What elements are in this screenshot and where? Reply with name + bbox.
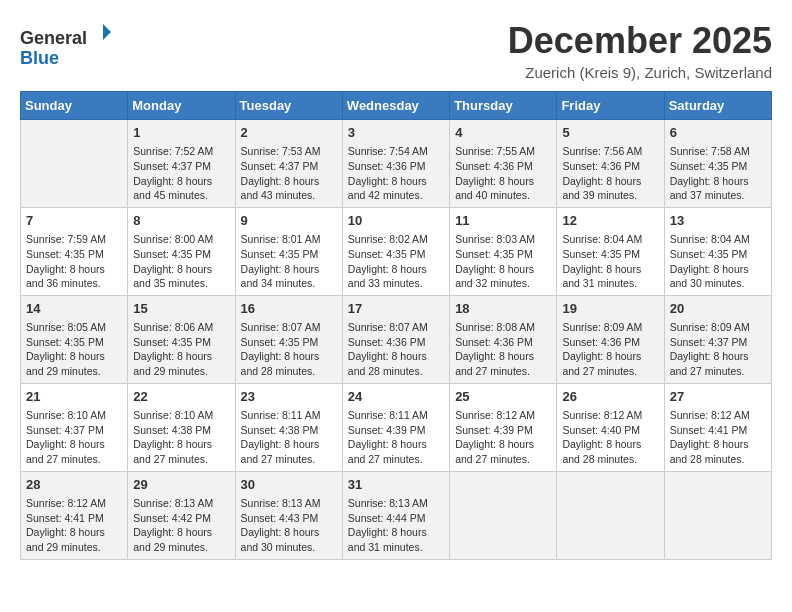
- calendar-cell: 26Sunrise: 8:12 AM Sunset: 4:40 PM Dayli…: [557, 383, 664, 471]
- day-number: 24: [348, 388, 444, 406]
- calendar-cell: 22Sunrise: 8:10 AM Sunset: 4:38 PM Dayli…: [128, 383, 235, 471]
- day-number: 2: [241, 124, 337, 142]
- calendar-cell: 4Sunrise: 7:55 AM Sunset: 4:36 PM Daylig…: [450, 120, 557, 208]
- weekday-wednesday: Wednesday: [342, 92, 449, 120]
- cell-content: Sunrise: 7:54 AM Sunset: 4:36 PM Dayligh…: [348, 144, 444, 203]
- page-header: General Blue December 2025 Zuerich (Krei…: [20, 20, 772, 81]
- cell-content: Sunrise: 8:11 AM Sunset: 4:38 PM Dayligh…: [241, 408, 337, 467]
- day-number: 13: [670, 212, 766, 230]
- logo-icon: [89, 20, 113, 44]
- calendar-cell: 24Sunrise: 8:11 AM Sunset: 4:39 PM Dayli…: [342, 383, 449, 471]
- cell-content: Sunrise: 7:52 AM Sunset: 4:37 PM Dayligh…: [133, 144, 229, 203]
- weekday-tuesday: Tuesday: [235, 92, 342, 120]
- calendar-cell: 18Sunrise: 8:08 AM Sunset: 4:36 PM Dayli…: [450, 295, 557, 383]
- calendar-cell: 20Sunrise: 8:09 AM Sunset: 4:37 PM Dayli…: [664, 295, 771, 383]
- weekday-friday: Friday: [557, 92, 664, 120]
- calendar-week-5: 28Sunrise: 8:12 AM Sunset: 4:41 PM Dayli…: [21, 471, 772, 559]
- day-number: 9: [241, 212, 337, 230]
- calendar-cell: 30Sunrise: 8:13 AM Sunset: 4:43 PM Dayli…: [235, 471, 342, 559]
- day-number: 3: [348, 124, 444, 142]
- calendar-cell: 2Sunrise: 7:53 AM Sunset: 4:37 PM Daylig…: [235, 120, 342, 208]
- calendar-cell: 10Sunrise: 8:02 AM Sunset: 4:35 PM Dayli…: [342, 207, 449, 295]
- cell-content: Sunrise: 8:08 AM Sunset: 4:36 PM Dayligh…: [455, 320, 551, 379]
- calendar-cell: 11Sunrise: 8:03 AM Sunset: 4:35 PM Dayli…: [450, 207, 557, 295]
- calendar-cell: 12Sunrise: 8:04 AM Sunset: 4:35 PM Dayli…: [557, 207, 664, 295]
- calendar-week-2: 7Sunrise: 7:59 AM Sunset: 4:35 PM Daylig…: [21, 207, 772, 295]
- weekday-sunday: Sunday: [21, 92, 128, 120]
- day-number: 5: [562, 124, 658, 142]
- day-number: 25: [455, 388, 551, 406]
- day-number: 6: [670, 124, 766, 142]
- calendar-cell: 28Sunrise: 8:12 AM Sunset: 4:41 PM Dayli…: [21, 471, 128, 559]
- location: Zuerich (Kreis 9), Zurich, Switzerland: [508, 64, 772, 81]
- cell-content: Sunrise: 7:55 AM Sunset: 4:36 PM Dayligh…: [455, 144, 551, 203]
- calendar-week-4: 21Sunrise: 8:10 AM Sunset: 4:37 PM Dayli…: [21, 383, 772, 471]
- logo-blue: Blue: [20, 48, 59, 68]
- day-number: 23: [241, 388, 337, 406]
- day-number: 15: [133, 300, 229, 318]
- cell-content: Sunrise: 8:09 AM Sunset: 4:37 PM Dayligh…: [670, 320, 766, 379]
- calendar-cell: 13Sunrise: 8:04 AM Sunset: 4:35 PM Dayli…: [664, 207, 771, 295]
- cell-content: Sunrise: 8:02 AM Sunset: 4:35 PM Dayligh…: [348, 232, 444, 291]
- cell-content: Sunrise: 8:12 AM Sunset: 4:41 PM Dayligh…: [670, 408, 766, 467]
- cell-content: Sunrise: 8:04 AM Sunset: 4:35 PM Dayligh…: [562, 232, 658, 291]
- title-area: December 2025 Zuerich (Kreis 9), Zurich,…: [508, 20, 772, 81]
- day-number: 19: [562, 300, 658, 318]
- day-number: 22: [133, 388, 229, 406]
- calendar-cell: 3Sunrise: 7:54 AM Sunset: 4:36 PM Daylig…: [342, 120, 449, 208]
- calendar-cell: 7Sunrise: 7:59 AM Sunset: 4:35 PM Daylig…: [21, 207, 128, 295]
- cell-content: Sunrise: 7:56 AM Sunset: 4:36 PM Dayligh…: [562, 144, 658, 203]
- day-number: 11: [455, 212, 551, 230]
- day-number: 17: [348, 300, 444, 318]
- day-number: 27: [670, 388, 766, 406]
- svg-marker-0: [103, 24, 111, 40]
- calendar-cell: [557, 471, 664, 559]
- cell-content: Sunrise: 8:07 AM Sunset: 4:35 PM Dayligh…: [241, 320, 337, 379]
- cell-content: Sunrise: 8:05 AM Sunset: 4:35 PM Dayligh…: [26, 320, 122, 379]
- calendar-week-1: 1Sunrise: 7:52 AM Sunset: 4:37 PM Daylig…: [21, 120, 772, 208]
- month-title: December 2025: [508, 20, 772, 62]
- cell-content: Sunrise: 8:03 AM Sunset: 4:35 PM Dayligh…: [455, 232, 551, 291]
- calendar-cell: 9Sunrise: 8:01 AM Sunset: 4:35 PM Daylig…: [235, 207, 342, 295]
- cell-content: Sunrise: 8:13 AM Sunset: 4:44 PM Dayligh…: [348, 496, 444, 555]
- day-number: 7: [26, 212, 122, 230]
- calendar-cell: 5Sunrise: 7:56 AM Sunset: 4:36 PM Daylig…: [557, 120, 664, 208]
- day-number: 20: [670, 300, 766, 318]
- calendar-cell: 31Sunrise: 8:13 AM Sunset: 4:44 PM Dayli…: [342, 471, 449, 559]
- calendar-table: SundayMondayTuesdayWednesdayThursdayFrid…: [20, 91, 772, 560]
- calendar-cell: [450, 471, 557, 559]
- weekday-monday: Monday: [128, 92, 235, 120]
- calendar-cell: 14Sunrise: 8:05 AM Sunset: 4:35 PM Dayli…: [21, 295, 128, 383]
- cell-content: Sunrise: 8:09 AM Sunset: 4:36 PM Dayligh…: [562, 320, 658, 379]
- cell-content: Sunrise: 8:04 AM Sunset: 4:35 PM Dayligh…: [670, 232, 766, 291]
- logo: General Blue: [20, 20, 113, 69]
- cell-content: Sunrise: 8:11 AM Sunset: 4:39 PM Dayligh…: [348, 408, 444, 467]
- cell-content: Sunrise: 8:00 AM Sunset: 4:35 PM Dayligh…: [133, 232, 229, 291]
- day-number: 28: [26, 476, 122, 494]
- calendar-cell: 16Sunrise: 8:07 AM Sunset: 4:35 PM Dayli…: [235, 295, 342, 383]
- day-number: 12: [562, 212, 658, 230]
- cell-content: Sunrise: 8:07 AM Sunset: 4:36 PM Dayligh…: [348, 320, 444, 379]
- calendar-cell: 25Sunrise: 8:12 AM Sunset: 4:39 PM Dayli…: [450, 383, 557, 471]
- day-number: 4: [455, 124, 551, 142]
- day-number: 8: [133, 212, 229, 230]
- day-number: 30: [241, 476, 337, 494]
- day-number: 10: [348, 212, 444, 230]
- logo-general: General: [20, 28, 87, 48]
- day-number: 31: [348, 476, 444, 494]
- cell-content: Sunrise: 8:06 AM Sunset: 4:35 PM Dayligh…: [133, 320, 229, 379]
- weekday-saturday: Saturday: [664, 92, 771, 120]
- cell-content: Sunrise: 8:12 AM Sunset: 4:39 PM Dayligh…: [455, 408, 551, 467]
- day-number: 14: [26, 300, 122, 318]
- day-number: 18: [455, 300, 551, 318]
- calendar-cell: 21Sunrise: 8:10 AM Sunset: 4:37 PM Dayli…: [21, 383, 128, 471]
- cell-content: Sunrise: 7:59 AM Sunset: 4:35 PM Dayligh…: [26, 232, 122, 291]
- calendar-cell: 17Sunrise: 8:07 AM Sunset: 4:36 PM Dayli…: [342, 295, 449, 383]
- weekday-header-row: SundayMondayTuesdayWednesdayThursdayFrid…: [21, 92, 772, 120]
- calendar-week-3: 14Sunrise: 8:05 AM Sunset: 4:35 PM Dayli…: [21, 295, 772, 383]
- cell-content: Sunrise: 8:12 AM Sunset: 4:40 PM Dayligh…: [562, 408, 658, 467]
- calendar-body: 1Sunrise: 7:52 AM Sunset: 4:37 PM Daylig…: [21, 120, 772, 560]
- calendar-cell: 8Sunrise: 8:00 AM Sunset: 4:35 PM Daylig…: [128, 207, 235, 295]
- cell-content: Sunrise: 8:01 AM Sunset: 4:35 PM Dayligh…: [241, 232, 337, 291]
- day-number: 21: [26, 388, 122, 406]
